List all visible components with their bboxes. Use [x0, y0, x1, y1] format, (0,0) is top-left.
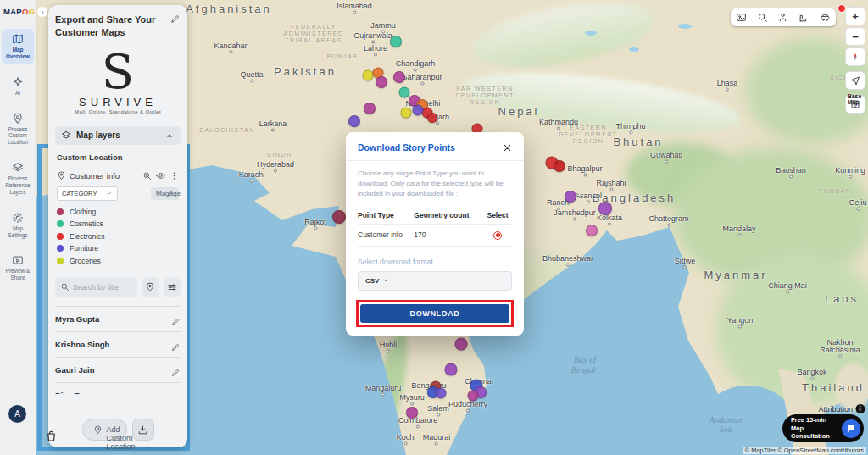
map-point[interactable]: [401, 108, 412, 119]
consultation-button[interactable]: Free 15-min Map Consultation: [782, 414, 864, 442]
measure-icon[interactable]: [798, 12, 810, 23]
close-icon[interactable]: [503, 143, 512, 153]
zoom-out-button[interactable]: −: [845, 27, 865, 46]
manage-button[interactable]: Manage: [151, 187, 179, 200]
location-pin-icon: [57, 171, 66, 180]
sparkle-icon: [12, 76, 24, 88]
map-point[interactable]: [364, 103, 376, 114]
user-avatar[interactable]: A: [8, 405, 26, 423]
search-box[interactable]: [55, 277, 137, 297]
map-point[interactable]: [376, 76, 387, 88]
list-item[interactable]: Myra Gupta: [55, 307, 181, 332]
map-point[interactable]: [436, 388, 447, 399]
search-input[interactable]: [73, 283, 132, 291]
rail-item-preview-share[interactable]: Preview & Share: [2, 250, 34, 286]
rail-item-process-reference-layers[interactable]: Process Reference Layers: [2, 158, 34, 200]
map-point[interactable]: [348, 115, 360, 127]
rail-item-ai[interactable]: AI: [2, 72, 34, 101]
rail-item-label: Process Reference Layers: [3, 175, 33, 196]
category-label: Clothing: [70, 208, 96, 216]
side-panel: Export and Share Your Customer Maps S SU…: [48, 5, 187, 447]
list-item[interactable]: Diya Bose: [55, 383, 181, 394]
select-radio[interactable]: [493, 231, 502, 240]
search-icon: [60, 282, 70, 291]
edit-icon[interactable]: [171, 314, 181, 324]
collapse-icon[interactable]: [164, 130, 175, 141]
annotation-highlight-box: DOWNLOAD: [356, 300, 514, 327]
map-point[interactable]: [399, 87, 410, 98]
map-point[interactable]: [427, 113, 437, 123]
info-icon: i: [855, 404, 865, 413]
screenshot-icon[interactable]: [736, 12, 747, 23]
layer-name: Customer info: [70, 171, 120, 180]
list-item[interactable]: Krishna Singh: [55, 332, 181, 358]
map-point[interactable]: [554, 160, 565, 172]
zoom-in-button[interactable]: +: [845, 7, 865, 25]
modal-title: Download Story Points: [358, 142, 455, 153]
category-row: CATEGORY Manage: [57, 186, 179, 201]
map-point[interactable]: [332, 210, 346, 224]
tab-custom-location[interactable]: Custom Location: [57, 153, 123, 164]
list-item[interactable]: Gauri Jain: [55, 358, 181, 383]
category-legend: ClothingCosmeticsElectronicsFurnitureGro…: [57, 208, 179, 265]
format-select[interactable]: CSV: [358, 271, 512, 291]
map-layers-label: Map layers: [76, 130, 120, 140]
street-view-icon[interactable]: [777, 12, 788, 23]
filter-button[interactable]: [164, 277, 181, 297]
rail-item-process-custom-location[interactable]: Process Custom Location: [2, 108, 34, 151]
stack-icon: [12, 162, 24, 174]
map-point[interactable]: [390, 36, 402, 47]
legend-item[interactable]: Cosmetics: [57, 219, 179, 228]
map-layers-header[interactable]: Map layers: [55, 126, 181, 145]
directions-icon[interactable]: [820, 12, 831, 23]
column-header: Geometry count: [414, 207, 483, 225]
zoom-to-layer-icon[interactable]: [142, 171, 152, 180]
panel-bottom: Add Custom Location: [55, 413, 181, 441]
map-point[interactable]: [598, 202, 612, 215]
map-point[interactable]: [586, 225, 598, 236]
edit-icon[interactable]: [171, 391, 181, 394]
chevron-down-icon: [382, 277, 389, 284]
rail-item-map-overview[interactable]: Map Overview: [2, 29, 34, 64]
download-button[interactable]: DOWNLOAD: [360, 304, 509, 323]
compass-button[interactable]: [845, 47, 865, 66]
map-point[interactable]: [565, 191, 576, 203]
category-label: Groceries: [70, 257, 101, 265]
share-icon: [12, 254, 24, 266]
notification-badge: [837, 4, 846, 13]
map-point[interactable]: [445, 363, 458, 376]
locate-point-button[interactable]: [142, 277, 159, 297]
edit-icon[interactable]: [171, 365, 181, 375]
visibility-icon[interactable]: [156, 171, 165, 180]
person-name: Gauri Jain: [55, 365, 94, 375]
layer-menu-icon[interactable]: [170, 171, 179, 180]
locate-button[interactable]: [845, 71, 865, 90]
map-attribution[interactable]: © MapTiler © OpenStreetMap contributors: [743, 447, 866, 454]
map-point[interactable]: [455, 338, 468, 351]
edit-title-icon[interactable]: [170, 14, 181, 24]
category-color-dot: [57, 208, 64, 215]
rail-item-map-settings[interactable]: Map Settings: [2, 208, 34, 243]
chevron-down-icon: [106, 190, 113, 197]
send-arrow-icon: [850, 75, 860, 86]
map-point[interactable]: [413, 105, 424, 116]
legend-item[interactable]: Groceries: [57, 257, 179, 265]
legend-item[interactable]: Electronics: [57, 232, 179, 241]
category-color-dot: [57, 233, 64, 240]
sidebar-expand-button[interactable]: ›: [37, 7, 47, 17]
search-icon[interactable]: [757, 12, 768, 23]
download-story-points-modal: Download Story Points Choose any single …: [346, 132, 524, 336]
map-point[interactable]: [406, 407, 418, 419]
edit-icon[interactable]: [171, 340, 181, 349]
legend-item[interactable]: Clothing: [57, 208, 179, 216]
map-point[interactable]: [393, 71, 405, 83]
map-point[interactable]: [468, 391, 479, 402]
app-logo[interactable]: MAPOG: [3, 7, 35, 16]
category-select[interactable]: CATEGORY: [57, 186, 118, 201]
person-name: Myra Gupta: [55, 314, 99, 324]
search-row: [55, 277, 181, 297]
legend-item[interactable]: Furniture: [57, 244, 179, 252]
add-custom-location-button[interactable]: Add Custom Location: [82, 419, 127, 441]
attribution-link[interactable]: Attribution i: [818, 404, 865, 413]
download-locations-button[interactable]: [132, 419, 154, 441]
